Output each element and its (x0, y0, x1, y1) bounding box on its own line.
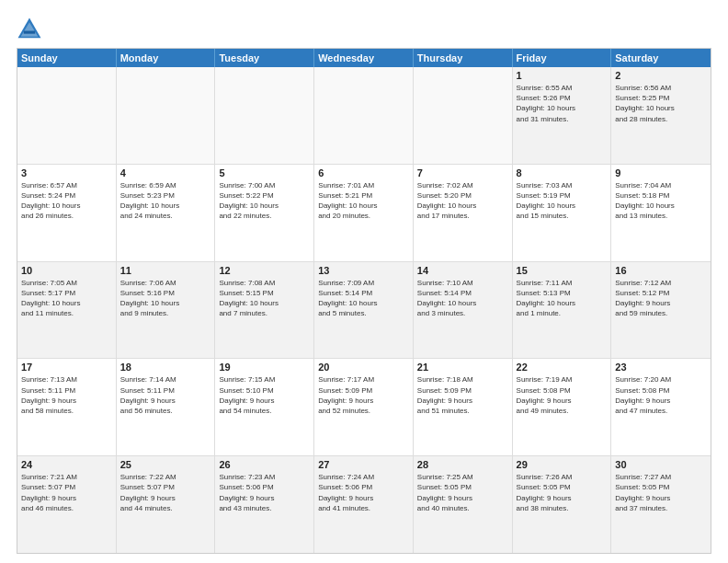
calendar-cell: 16Sunrise: 7:12 AM Sunset: 5:12 PM Dayli… (611, 262, 711, 359)
calendar-cell: 2Sunrise: 6:56 AM Sunset: 5:25 PM Daylig… (611, 67, 711, 164)
calendar-row: 1Sunrise: 6:55 AM Sunset: 5:26 PM Daylig… (17, 67, 711, 165)
calendar-row: 24Sunrise: 7:21 AM Sunset: 5:07 PM Dayli… (17, 456, 711, 553)
day-number: 27 (318, 459, 409, 470)
day-info: Sunrise: 6:59 AM Sunset: 5:23 PM Dayligh… (120, 180, 211, 222)
day-info: Sunrise: 7:18 AM Sunset: 5:09 PM Dayligh… (417, 374, 508, 416)
day-info: Sunrise: 7:04 AM Sunset: 5:18 PM Dayligh… (615, 180, 707, 222)
calendar-cell: 1Sunrise: 6:55 AM Sunset: 5:26 PM Daylig… (513, 67, 612, 164)
calendar-cell: 8Sunrise: 7:03 AM Sunset: 5:19 PM Daylig… (513, 165, 612, 261)
day-number: 17 (21, 362, 112, 373)
day-info: Sunrise: 7:10 AM Sunset: 5:14 PM Dayligh… (417, 278, 508, 319)
day-info: Sunrise: 7:17 AM Sunset: 5:09 PM Dayligh… (318, 374, 409, 416)
day-number: 5 (219, 167, 310, 178)
day-number: 18 (120, 362, 211, 373)
day-info: Sunrise: 7:21 AM Sunset: 5:07 PM Dayligh… (21, 472, 112, 513)
calendar-row: 3Sunrise: 6:57 AM Sunset: 5:24 PM Daylig… (17, 165, 711, 262)
day-info: Sunrise: 7:14 AM Sunset: 5:11 PM Dayligh… (120, 374, 211, 416)
calendar-cell: 10Sunrise: 7:05 AM Sunset: 5:17 PM Dayli… (17, 262, 117, 359)
calendar-cell: 28Sunrise: 7:25 AM Sunset: 5:05 PM Dayli… (414, 456, 513, 553)
calendar-cell: 19Sunrise: 7:15 AM Sunset: 5:10 PM Dayli… (215, 359, 314, 455)
day-info: Sunrise: 7:01 AM Sunset: 5:21 PM Dayligh… (318, 180, 409, 222)
weekday-header: Wednesday (314, 49, 414, 67)
day-number: 28 (417, 459, 508, 470)
day-number: 15 (517, 265, 608, 276)
calendar-cell: 7Sunrise: 7:02 AM Sunset: 5:20 PM Daylig… (414, 165, 513, 261)
day-info: Sunrise: 7:09 AM Sunset: 5:14 PM Dayligh… (318, 278, 409, 319)
day-number: 3 (21, 167, 112, 178)
day-number: 9 (615, 167, 707, 178)
calendar-cell: 25Sunrise: 7:22 AM Sunset: 5:07 PM Dayli… (117, 456, 216, 553)
day-info: Sunrise: 7:08 AM Sunset: 5:15 PM Dayligh… (219, 278, 310, 319)
day-number: 23 (615, 362, 707, 373)
day-number: 6 (318, 167, 409, 178)
day-number: 29 (517, 459, 608, 470)
calendar-cell: 17Sunrise: 7:13 AM Sunset: 5:11 PM Dayli… (17, 359, 117, 455)
day-info: Sunrise: 7:03 AM Sunset: 5:19 PM Dayligh… (517, 180, 608, 222)
weekday-header: Tuesday (215, 49, 314, 67)
day-info: Sunrise: 6:57 AM Sunset: 5:24 PM Dayligh… (21, 180, 112, 222)
day-info: Sunrise: 7:00 AM Sunset: 5:22 PM Dayligh… (219, 180, 310, 222)
day-number: 1 (517, 70, 608, 81)
day-number: 12 (219, 265, 310, 276)
day-info: Sunrise: 7:13 AM Sunset: 5:11 PM Dayligh… (21, 374, 112, 416)
day-number: 24 (21, 459, 112, 470)
calendar-cell: 13Sunrise: 7:09 AM Sunset: 5:14 PM Dayli… (314, 262, 414, 359)
calendar-cell: 30Sunrise: 7:27 AM Sunset: 5:05 PM Dayli… (611, 456, 711, 553)
day-info: Sunrise: 7:12 AM Sunset: 5:12 PM Dayligh… (615, 278, 707, 319)
calendar-body: 1Sunrise: 6:55 AM Sunset: 5:26 PM Daylig… (17, 67, 711, 553)
day-info: Sunrise: 7:27 AM Sunset: 5:05 PM Dayligh… (615, 472, 707, 513)
calendar-cell: 21Sunrise: 7:18 AM Sunset: 5:09 PM Dayli… (414, 359, 513, 455)
day-info: Sunrise: 7:15 AM Sunset: 5:10 PM Dayligh… (219, 374, 310, 416)
calendar-cell: 5Sunrise: 7:00 AM Sunset: 5:22 PM Daylig… (215, 165, 314, 261)
calendar-cell: 12Sunrise: 7:08 AM Sunset: 5:15 PM Dayli… (215, 262, 314, 359)
calendar-cell: 26Sunrise: 7:23 AM Sunset: 5:06 PM Dayli… (215, 456, 314, 553)
logo-icon (17, 17, 42, 42)
day-info: Sunrise: 7:20 AM Sunset: 5:08 PM Dayligh… (615, 374, 707, 416)
day-number: 30 (615, 459, 707, 470)
day-info: Sunrise: 7:11 AM Sunset: 5:13 PM Dayligh… (517, 278, 608, 319)
calendar-row: 10Sunrise: 7:05 AM Sunset: 5:17 PM Dayli… (17, 262, 711, 360)
day-info: Sunrise: 7:19 AM Sunset: 5:08 PM Dayligh… (517, 374, 608, 416)
header (17, 17, 711, 42)
day-info: Sunrise: 7:23 AM Sunset: 5:06 PM Dayligh… (219, 472, 310, 513)
page: SundayMondayTuesdayWednesdayThursdayFrid… (0, 0, 728, 563)
calendar-cell: 24Sunrise: 7:21 AM Sunset: 5:07 PM Dayli… (17, 456, 117, 553)
weekday-header: Monday (117, 49, 216, 67)
day-info: Sunrise: 6:56 AM Sunset: 5:25 PM Dayligh… (615, 83, 707, 124)
day-info: Sunrise: 7:22 AM Sunset: 5:07 PM Dayligh… (120, 472, 211, 513)
day-number: 8 (517, 167, 608, 178)
day-info: Sunrise: 7:05 AM Sunset: 5:17 PM Dayligh… (21, 278, 112, 319)
day-info: Sunrise: 6:55 AM Sunset: 5:26 PM Dayligh… (517, 83, 608, 124)
calendar-cell (17, 67, 117, 164)
day-number: 25 (120, 459, 211, 470)
calendar-cell: 23Sunrise: 7:20 AM Sunset: 5:08 PM Dayli… (611, 359, 711, 455)
weekday-header: Sunday (17, 49, 117, 67)
calendar-cell: 11Sunrise: 7:06 AM Sunset: 5:16 PM Dayli… (117, 262, 216, 359)
day-info: Sunrise: 7:25 AM Sunset: 5:05 PM Dayligh… (417, 472, 508, 513)
weekday-header: Friday (513, 49, 612, 67)
day-number: 11 (120, 265, 211, 276)
weekday-header: Saturday (611, 49, 711, 67)
day-number: 14 (417, 265, 508, 276)
calendar-cell: 3Sunrise: 6:57 AM Sunset: 5:24 PM Daylig… (17, 165, 117, 261)
calendar-header-row: SundayMondayTuesdayWednesdayThursdayFrid… (17, 49, 711, 67)
day-number: 2 (615, 70, 707, 81)
day-info: Sunrise: 7:24 AM Sunset: 5:06 PM Dayligh… (318, 472, 409, 513)
calendar: SundayMondayTuesdayWednesdayThursdayFrid… (17, 48, 711, 554)
calendar-cell: 14Sunrise: 7:10 AM Sunset: 5:14 PM Dayli… (414, 262, 513, 359)
day-info: Sunrise: 7:26 AM Sunset: 5:05 PM Dayligh… (517, 472, 608, 513)
calendar-cell: 9Sunrise: 7:04 AM Sunset: 5:18 PM Daylig… (611, 165, 711, 261)
calendar-cell: 18Sunrise: 7:14 AM Sunset: 5:11 PM Dayli… (117, 359, 216, 455)
calendar-cell: 4Sunrise: 6:59 AM Sunset: 5:23 PM Daylig… (117, 165, 216, 261)
calendar-cell (117, 67, 216, 164)
day-number: 4 (120, 167, 211, 178)
day-number: 22 (517, 362, 608, 373)
day-number: 26 (219, 459, 310, 470)
day-number: 19 (219, 362, 310, 373)
calendar-cell: 27Sunrise: 7:24 AM Sunset: 5:06 PM Dayli… (314, 456, 414, 553)
day-info: Sunrise: 7:06 AM Sunset: 5:16 PM Dayligh… (120, 278, 211, 319)
calendar-cell: 20Sunrise: 7:17 AM Sunset: 5:09 PM Dayli… (314, 359, 414, 455)
calendar-cell: 22Sunrise: 7:19 AM Sunset: 5:08 PM Dayli… (513, 359, 612, 455)
calendar-row: 17Sunrise: 7:13 AM Sunset: 5:11 PM Dayli… (17, 359, 711, 456)
day-info: Sunrise: 7:02 AM Sunset: 5:20 PM Dayligh… (417, 180, 508, 222)
